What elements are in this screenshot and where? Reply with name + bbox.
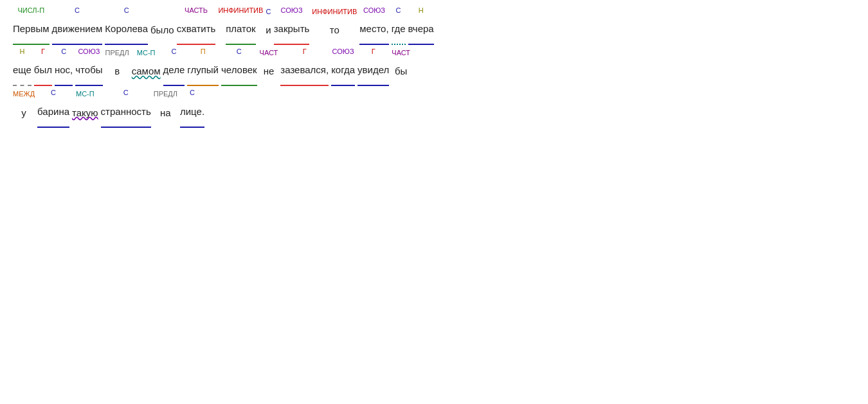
- line-1: НещеГбылСнос,СОЮЗчтобыПРЕДЛвМС-ПсамомСде…: [13, 48, 624, 86]
- pos-tag: СОЮЗ: [363, 6, 385, 15]
- pos-tag: С: [190, 89, 195, 97]
- pos-tag: С: [123, 89, 129, 97]
- pos-tag: С: [266, 8, 271, 16]
- pos-tag: ЧАСТЬ: [185, 6, 208, 15]
- pos-tag: СОЮЗ: [332, 48, 354, 56]
- pos-tag: С: [124, 6, 129, 15]
- word-text: было: [150, 17, 174, 45]
- word-unit: Сстранность: [101, 89, 151, 127]
- word-unit: Гбыл: [34, 48, 52, 86]
- word-text: лице.: [180, 98, 204, 128]
- pos-tag: С: [237, 48, 242, 56]
- word-unit: Слице.: [180, 89, 204, 127]
- word-text: барина: [37, 98, 69, 128]
- pos-tag: Г: [372, 48, 375, 56]
- word-text: движением: [52, 15, 103, 45]
- word-unit: Неще: [13, 48, 32, 86]
- word-unit: Нвчера: [408, 6, 434, 45]
- pos-tag: ЧИСЛ-П: [17, 6, 44, 15]
- word-unit: Гувидел: [357, 48, 389, 86]
- word-unit: СОЮЗзакрыть: [274, 6, 310, 45]
- pos-tag: МС-П: [76, 90, 95, 98]
- word-text: бы: [395, 58, 407, 86]
- word-unit: было: [150, 16, 174, 45]
- pos-tag: ИНФИНИТИВ: [218, 6, 263, 15]
- word-unit: МЕЖДу: [13, 90, 35, 127]
- pos-tag: С: [75, 6, 80, 15]
- pos-tag: СОЮЗ: [281, 6, 303, 15]
- pos-tag: МЕЖД: [13, 90, 35, 98]
- word-text: такую: [72, 100, 98, 128]
- word-unit: МС-Псамом: [132, 49, 161, 86]
- word-text: платок: [226, 15, 256, 45]
- word-text: в: [114, 58, 120, 86]
- word-text: когда: [331, 57, 355, 86]
- word-text: еще: [13, 57, 32, 86]
- word-text: был: [34, 57, 52, 86]
- word-text: чтобы: [75, 57, 102, 86]
- word-unit: Сгде: [392, 6, 406, 45]
- word-text: зазевался,: [280, 57, 329, 86]
- word-unit: ЧИСЛ-ППервым: [13, 6, 50, 45]
- pos-tag: С: [396, 6, 401, 15]
- word-unit: Счеловек: [221, 48, 257, 86]
- word-text: и: [266, 17, 271, 45]
- word-unit: Си: [266, 8, 271, 45]
- annotated-text: ЧИСЛ-ППервымСдвижениемСКоролевабылоЧАСТЬ…: [13, 6, 624, 128]
- word-unit: СКоролева: [105, 6, 148, 45]
- word-unit: Сдвижением: [52, 6, 103, 45]
- line-0: ЧИСЛ-ППервымСдвижениемСКоролевабылоЧАСТЬ…: [13, 6, 624, 45]
- word-text: нос,: [55, 57, 73, 86]
- word-unit: Гзазевался,: [280, 48, 329, 86]
- word-text: место,: [359, 15, 388, 45]
- pos-tag: С: [61, 48, 66, 56]
- word-text: деле: [163, 57, 185, 86]
- word-text: на: [160, 100, 171, 128]
- word-text: человек: [221, 57, 257, 86]
- word-unit: СОЮЗкогда: [331, 48, 355, 86]
- word-unit: ЧАСТбы: [392, 49, 410, 86]
- word-text: глупый: [187, 57, 219, 86]
- word-unit: ИНФИНИТИВто: [312, 8, 357, 45]
- word-unit: Сбарина: [37, 89, 69, 127]
- word-unit: Пглупый: [187, 48, 219, 86]
- word-text: вчера: [408, 15, 434, 45]
- word-unit: МС-Птакую: [72, 90, 98, 127]
- word-text: увидел: [357, 57, 389, 86]
- word-unit: ИНФИНИТИВплаток: [218, 6, 263, 45]
- pos-tag: ЧАСТ: [392, 49, 410, 57]
- pos-tag: СОЮЗ: [78, 48, 100, 56]
- pos-tag: С: [51, 89, 56, 97]
- pos-tag: С: [171, 48, 176, 56]
- word-unit: Сделе: [163, 48, 185, 86]
- word-unit: ЧАСТне: [260, 49, 278, 86]
- word-text: самом: [132, 58, 161, 86]
- word-text: у: [21, 100, 26, 128]
- word-unit: Снос,: [55, 48, 73, 86]
- pos-tag: МС-П: [137, 49, 156, 57]
- pos-tag: ИНФИНИТИВ: [312, 8, 357, 16]
- pos-tag: Н: [419, 6, 424, 15]
- word-unit: СОЮЗместо,: [359, 6, 388, 45]
- word-text: не: [264, 58, 275, 86]
- word-text: Первым: [13, 15, 50, 45]
- line-2: МЕЖДуСбаринаМС-ПтакуюСстранностьПРЕДЛнаС…: [13, 89, 624, 127]
- word-unit: СОЮЗчтобы: [75, 48, 102, 86]
- pos-tag: ПРЕДЛ: [105, 49, 129, 57]
- pos-tag: ЧАСТ: [260, 49, 278, 57]
- word-text: то: [330, 17, 339, 45]
- word-text: странность: [101, 98, 151, 128]
- pos-tag: Г: [303, 48, 307, 56]
- pos-tag: Г: [41, 48, 45, 56]
- word-text: закрыть: [274, 15, 310, 45]
- pos-tag: П: [201, 48, 206, 56]
- word-unit: ЧАСТЬсхватить: [177, 6, 216, 45]
- pos-tag: ПРЕДЛ: [154, 90, 177, 98]
- pos-tag: Н: [19, 48, 24, 56]
- word-text: схватить: [177, 15, 216, 45]
- word-unit: ПРЕДЛна: [154, 90, 177, 127]
- word-text: Королева: [105, 15, 148, 45]
- word-text: где: [392, 15, 406, 45]
- word-unit: ПРЕДЛв: [105, 49, 129, 86]
